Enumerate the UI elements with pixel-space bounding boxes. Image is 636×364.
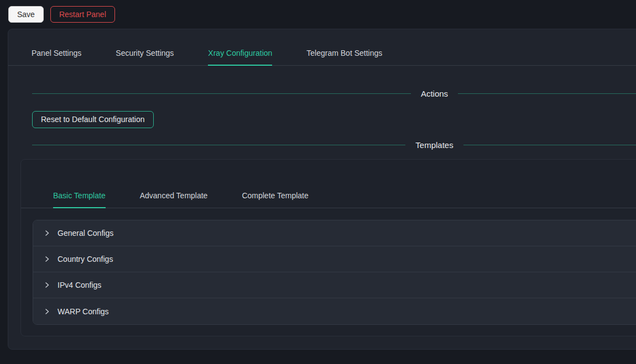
tab-xray-configuration[interactable]: Xray Configuration	[208, 43, 272, 66]
accordion-ipv4-configs[interactable]: IPv4 Configs	[33, 272, 636, 298]
tab-telegram-bot-settings[interactable]: Telegram Bot Settings	[306, 43, 382, 66]
chevron-right-icon	[44, 256, 50, 262]
accordion-warp-configs[interactable]: WARP Configs	[33, 298, 636, 324]
settings-tab-bar: Panel Settings Security Settings Xray Co…	[8, 43, 636, 66]
restart-panel-button[interactable]: Restart Panel	[50, 6, 115, 23]
chevron-right-icon	[44, 282, 50, 288]
accordion-label: WARP Configs	[58, 307, 109, 316]
settings-card: Panel Settings Security Settings Xray Co…	[8, 29, 636, 350]
accordion-label: IPv4 Configs	[58, 281, 101, 289]
templates-divider-title: Templates	[415, 140, 453, 150]
chevron-right-icon	[44, 230, 50, 236]
templates-card: Basic Template Advanced Template Complet…	[20, 159, 636, 336]
tab-panel-settings[interactable]: Panel Settings	[32, 43, 81, 66]
accordion-country-configs[interactable]: Country Configs	[33, 246, 636, 272]
save-button[interactable]: Save	[8, 6, 44, 23]
reset-default-config-button[interactable]: Reset to Default Configuration	[32, 111, 154, 128]
accordion-label: General Configs	[58, 229, 113, 238]
templates-divider: Templates	[8, 140, 636, 150]
chevron-right-icon	[44, 308, 50, 315]
actions-divider: Actions	[8, 89, 636, 98]
tab-basic-template[interactable]: Basic Template	[53, 185, 106, 208]
accordion-label: Country Configs	[58, 255, 113, 263]
top-toolbar: Save Restart Panel	[0, 0, 636, 29]
actions-divider-title: Actions	[421, 89, 448, 98]
tab-advanced-template[interactable]: Advanced Template	[140, 185, 208, 208]
config-accordion: General Configs Country Configs IPv4 Con…	[33, 220, 636, 325]
accordion-general-configs[interactable]: General Configs	[33, 220, 636, 246]
tab-security-settings[interactable]: Security Settings	[116, 43, 174, 66]
tab-complete-template[interactable]: Complete Template	[242, 185, 308, 208]
template-tab-bar: Basic Template Advanced Template Complet…	[21, 185, 636, 208]
